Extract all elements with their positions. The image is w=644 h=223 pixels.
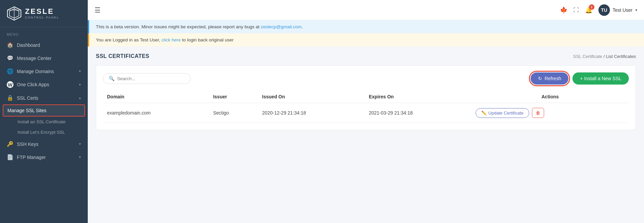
main-content: ☰ 🍁 ⛶ 🔔 2 TU Test User ▾ This is a beta …	[88, 0, 644, 223]
ssl-table: Domain Issuer Issued On Expires On Actio…	[103, 91, 629, 123]
sidebar-item-label: SSL Certs	[17, 95, 38, 101]
chevron-down-icon: ▾	[79, 83, 81, 87]
sidebar-subitem-label: Manage SSL Sites	[7, 108, 46, 113]
sidebar-item-ftp-manager[interactable]: 📄 FTP Manager ▾	[0, 151, 88, 164]
install-label: + Install a New SSL	[580, 76, 621, 81]
search-box[interactable]: 🔍	[103, 73, 191, 84]
cell-issued-on: 2020-12-29 21:34:18	[258, 103, 365, 123]
refresh-label: Refresh	[544, 76, 561, 81]
wordpress-icon: W	[7, 81, 14, 88]
breadcrumb-current: List Certificates	[606, 54, 636, 59]
page-content: SSL CERTIFICATES SSL Certificate / List …	[88, 46, 644, 137]
search-icon: 🔍	[109, 76, 114, 81]
user-menu[interactable]: TU Test User ▾	[598, 4, 637, 16]
sidebar-item-label: One Click Apps	[17, 82, 49, 87]
sidebar-subitem-label: Install Let's Encrypt SSL	[18, 130, 65, 135]
col-actions: Actions	[472, 91, 629, 103]
alert-warning-text: You are Logged in as Test User,	[96, 37, 161, 42]
sidebar-item-install-lets-encrypt[interactable]: Install Let's Encrypt SSL	[0, 127, 88, 137]
sidebar-item-ssl-certs[interactable]: 🔒 SSL Certs ▴	[0, 91, 88, 104]
refresh-button[interactable]: ↻ Refresh	[531, 72, 568, 85]
trash-icon: 🗑	[536, 110, 540, 116]
user-name: Test User	[613, 7, 633, 13]
message-icon: 💬	[7, 55, 14, 61]
col-issued-on: Issued On	[258, 91, 365, 103]
avatar-initials: TU	[601, 7, 608, 13]
sidebar-item-label: FTP Manager	[17, 155, 46, 160]
notification-icon[interactable]: 🔔 2	[585, 6, 592, 14]
ssl-card: 🔍 ↻ Refresh + Install a New SSL	[96, 65, 636, 130]
cell-domain: exampledomain.com	[103, 103, 209, 123]
file-icon: 📄	[7, 154, 14, 160]
chevron-down-icon: ▾	[79, 142, 81, 146]
sidebar-item-label: SSH Keys	[17, 141, 38, 147]
install-ssl-button[interactable]: + Install a New SSL	[572, 72, 629, 85]
alert-info-email[interactable]: zeslecp@gmail.com	[261, 24, 302, 29]
alert-info: This is a beta version. Minor issues mig…	[88, 20, 644, 33]
sidebar-item-ssh-keys[interactable]: 🔑 SSH Keys ▾	[0, 137, 88, 151]
alert-warning-link[interactable]: click here	[161, 37, 181, 42]
sidebar-item-message-center[interactable]: 💬 Message Center	[0, 52, 88, 65]
logo-icon	[7, 6, 22, 21]
sidebar-item-one-click-apps[interactable]: W One Click Apps ▾	[0, 78, 88, 91]
lock-icon: 🔒	[7, 95, 14, 101]
canada-flag-icon[interactable]: 🍁	[560, 6, 567, 14]
edit-icon: ✏️	[481, 110, 487, 116]
expand-icon[interactable]: ⛶	[573, 7, 579, 13]
chevron-up-icon: ▴	[79, 96, 81, 100]
menu-label: MENU	[0, 27, 88, 38]
alert-info-period: .	[302, 24, 303, 29]
sidebar-item-label: Manage Domains	[17, 69, 54, 74]
alert-warning: You are Logged in as Test User, click he…	[88, 33, 644, 46]
logo-text: ZESLE CONTROL PANEL	[25, 8, 59, 19]
topbar-right: 🍁 ⛶ 🔔 2 TU Test User ▾	[560, 4, 637, 16]
search-input[interactable]	[117, 76, 185, 81]
page-title: SSL CERTIFICATES	[96, 53, 150, 59]
alert-info-text: This is a beta version. Minor issues mig…	[96, 24, 261, 29]
hamburger-icon[interactable]: ☰	[95, 6, 101, 14]
user-chevron-icon: ▾	[635, 8, 637, 12]
refresh-icon: ↻	[538, 76, 542, 81]
actions-cell: ✏️ Update Certificate 🗑	[476, 108, 625, 118]
cell-actions: ✏️ Update Certificate 🗑	[472, 103, 629, 123]
breadcrumb: SSL Certificate / List Certificates	[573, 54, 636, 59]
globe-icon: 🌐	[7, 68, 14, 74]
toolbar-buttons: ↻ Refresh + Install a New SSL	[531, 72, 629, 85]
sidebar: ZESLE CONTROL PANEL MENU 🏠 Dashboard 💬 M…	[0, 0, 88, 223]
chevron-down-icon: ▾	[79, 155, 81, 159]
logo-sub: CONTROL PANEL	[25, 16, 59, 19]
chevron-down-icon: ▾	[79, 69, 81, 73]
cell-expires-on: 2021-03-29 21:34:18	[365, 103, 472, 123]
topbar: ☰ 🍁 ⛶ 🔔 2 TU Test User ▾	[88, 0, 644, 20]
home-icon: 🏠	[7, 42, 14, 48]
sidebar-item-label: Message Center	[17, 56, 52, 61]
toolbar-row: 🔍 ↻ Refresh + Install a New SSL	[103, 72, 629, 85]
alert-warning-text2: to login back original user	[181, 37, 234, 42]
logo-brand: ZESLE	[25, 8, 59, 15]
sidebar-item-dashboard[interactable]: 🏠 Dashboard	[0, 38, 88, 52]
breadcrumb-parent[interactable]: SSL Certificate	[573, 54, 602, 59]
col-expires-on: Expires On	[365, 91, 472, 103]
update-certificate-button[interactable]: ✏️ Update Certificate	[476, 108, 529, 118]
sidebar-item-manage-domains[interactable]: 🌐 Manage Domains ▾	[0, 65, 88, 78]
col-issuer: Issuer	[209, 91, 258, 103]
table-row: exampledomain.com Sectigo 2020-12-29 21:…	[103, 103, 629, 123]
col-domain: Domain	[103, 91, 209, 103]
sidebar-item-label: Dashboard	[17, 42, 40, 48]
sidebar-item-manage-ssl-sites[interactable]: Manage SSL Sites	[3, 104, 85, 117]
sidebar-logo: ZESLE CONTROL PANEL	[0, 0, 88, 27]
key-icon: 🔑	[7, 141, 14, 147]
update-label: Update Certificate	[488, 110, 524, 116]
delete-button[interactable]: 🗑	[532, 108, 544, 118]
notification-badge: 2	[589, 4, 594, 10]
table-header-row: Domain Issuer Issued On Expires On Actio…	[103, 91, 629, 103]
content-area: This is a beta version. Minor issues mig…	[88, 20, 644, 223]
page-header: SSL CERTIFICATES SSL Certificate / List …	[96, 53, 636, 59]
sidebar-item-install-ssl[interactable]: Install an SSL Certificate	[0, 117, 88, 127]
avatar: TU	[598, 4, 610, 16]
cell-issuer: Sectigo	[209, 103, 258, 123]
sidebar-subitem-label: Install an SSL Certificate	[18, 119, 65, 124]
